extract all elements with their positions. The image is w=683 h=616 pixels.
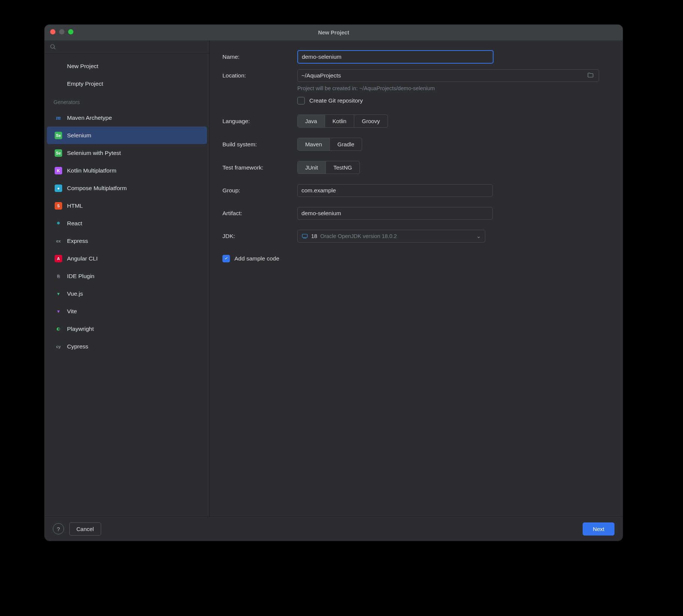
playwright-icon: ◐ [55, 325, 62, 333]
close-window-button[interactable] [50, 29, 55, 34]
group-input[interactable] [297, 184, 493, 197]
location-label: Location: [222, 72, 297, 79]
selenium-icon: Se [55, 132, 62, 139]
jdk-detail: Oracle OpenJDK version 18.0.2 [320, 233, 397, 239]
sidebar-item-compose-multiplatform[interactable]: ●Compose Multiplatform [47, 179, 207, 197]
chevron-down-icon: ⌄ [476, 233, 481, 239]
test-segmented: JUnitTestNG [297, 161, 360, 174]
cypress-icon: cy [55, 343, 62, 350]
sidebar-item-new-project[interactable]: New Project [47, 57, 207, 75]
react-icon: ⚛ [55, 220, 62, 227]
jdk-icon [301, 233, 308, 240]
vue-icon: ▼ [55, 290, 62, 298]
name-input[interactable] [297, 50, 494, 64]
plugin-icon: ⎘ [55, 272, 62, 280]
generators-header: Generators [47, 92, 207, 109]
language-segmented: JavaKotlinGroovy [297, 115, 388, 128]
location-hint: Project will be created in: ~/AquaProjec… [297, 85, 610, 91]
sidebar-list: New ProjectEmpty ProjectGeneratorsmMaven… [45, 54, 209, 359]
sidebar-item-html[interactable]: 5HTML [47, 197, 207, 214]
search-row[interactable] [45, 40, 209, 54]
build-option-gradle[interactable]: Gradle [330, 138, 362, 150]
git-checkbox[interactable] [297, 97, 305, 104]
jdk-dropdown[interactable]: 18 Oracle OpenJDK version 18.0.2 ⌄ [297, 230, 485, 243]
sidebar-item-vite[interactable]: ▼Vite [47, 302, 207, 320]
group-label: Group: [222, 187, 297, 194]
sidebar-item-angular-cli[interactable]: AAngular CLI [47, 250, 207, 267]
express-icon: ex [55, 237, 62, 245]
kotlin-icon: K [55, 167, 62, 174]
search-icon [50, 44, 56, 50]
test-option-junit[interactable]: JUnit [298, 161, 326, 174]
location-input[interactable] [297, 69, 599, 82]
language-option-groovy[interactable]: Groovy [354, 115, 387, 127]
html-icon: 5 [55, 202, 62, 210]
help-button[interactable]: ? [53, 523, 64, 534]
sidebar-item-empty-project[interactable]: Empty Project [47, 75, 207, 92]
form-panel: Name: Location: Project will be created … [210, 40, 623, 516]
sidebar: New ProjectEmpty ProjectGeneratorsmMaven… [45, 40, 210, 516]
new-project-window: New Project New ProjectEmpty ProjectGene… [44, 24, 623, 541]
maven-icon: m [55, 114, 62, 122]
footer: ? Cancel Next [45, 516, 623, 541]
language-label: Language: [222, 118, 297, 125]
zoom-window-button[interactable] [68, 29, 73, 34]
artifact-input[interactable] [297, 207, 493, 220]
sidebar-item-maven-archetype[interactable]: mMaven Archetype [47, 109, 207, 126]
sidebar-item-react[interactable]: ⚛React [47, 214, 207, 232]
titlebar: New Project [45, 25, 623, 40]
build-label: Build system: [222, 141, 297, 148]
window-title: New Project [318, 30, 349, 36]
compose-icon: ● [55, 185, 62, 192]
sample-code-label: Add sample code [234, 255, 279, 262]
angular-icon: A [55, 255, 62, 262]
language-option-kotlin[interactable]: Kotlin [325, 115, 355, 127]
git-checkbox-label: Create Git repository [309, 97, 363, 104]
test-option-testng[interactable]: TestNG [326, 161, 359, 174]
language-option-java[interactable]: Java [298, 115, 325, 127]
browse-folder-icon[interactable] [587, 72, 594, 80]
sidebar-item-ide-plugin[interactable]: ⎘IDE Plugin [47, 267, 207, 285]
svg-rect-0 [302, 234, 307, 238]
sidebar-item-express[interactable]: exExpress [47, 232, 207, 250]
sidebar-item-selenium-with-pytest[interactable]: SeSelenium with Pytest [47, 144, 207, 162]
sidebar-item-kotlin-multiplatform[interactable]: KKotlin Multiplatform [47, 162, 207, 179]
sidebar-item-cypress[interactable]: cyCypress [47, 338, 207, 355]
jdk-label: JDK: [222, 233, 297, 240]
selenium-icon: Se [55, 149, 62, 157]
name-label: Name: [222, 54, 297, 60]
vite-icon: ▼ [55, 308, 62, 315]
sidebar-item-playwright[interactable]: ◐Playwright [47, 320, 207, 338]
jdk-value: 18 [311, 233, 317, 239]
check-icon [224, 256, 228, 261]
sidebar-item-vue.js[interactable]: ▼Vue.js [47, 285, 207, 302]
build-option-maven[interactable]: Maven [298, 138, 330, 150]
build-segmented: MavenGradle [297, 138, 362, 151]
minimize-window-button[interactable] [59, 29, 64, 34]
sidebar-item-selenium[interactable]: SeSelenium [47, 126, 207, 144]
cancel-button[interactable]: Cancel [69, 522, 101, 536]
test-label: Test framework: [222, 164, 297, 171]
next-button[interactable]: Next [583, 522, 614, 536]
sample-code-checkbox[interactable] [222, 255, 230, 262]
artifact-label: Artifact: [222, 210, 297, 217]
